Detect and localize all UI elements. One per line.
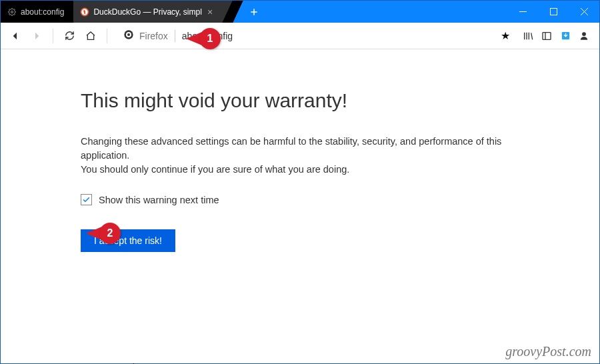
checkbox[interactable]	[81, 194, 92, 205]
separator	[53, 29, 53, 43]
warning-body: Changing these advanced settings can be …	[81, 135, 521, 177]
back-button[interactable]	[6, 27, 25, 45]
identity-box[interactable]: Firefox about:config	[123, 29, 233, 42]
tab-about-config[interactable]: about:config	[1, 1, 73, 23]
content-area: This might void your warranty! Changing …	[1, 49, 599, 363]
tab-label: about:config	[21, 7, 64, 17]
browser-window: about:config DuckDuckGo — Privacy, simpl…	[0, 0, 600, 364]
close-window-button[interactable]	[569, 1, 599, 23]
checkbox-label: Show this warning next time	[99, 195, 219, 205]
close-icon[interactable]: ×	[207, 7, 213, 17]
separator	[107, 29, 107, 43]
profile-icon[interactable]	[578, 30, 590, 42]
identity-label: Firefox	[139, 31, 168, 41]
maximize-button[interactable]	[538, 1, 569, 23]
library-icon[interactable]	[522, 30, 534, 42]
titlebar: about:config DuckDuckGo — Privacy, simpl…	[1, 1, 599, 23]
new-tab-button[interactable]	[243, 1, 265, 23]
show-warning-checkbox-row[interactable]: Show this warning next time	[81, 194, 599, 205]
url-text: about:config	[182, 31, 233, 41]
separator	[175, 30, 175, 42]
sidebar-icon[interactable]	[541, 30, 553, 42]
tabstrip: about:config DuckDuckGo — Privacy, simpl…	[1, 1, 243, 23]
forward-button[interactable]	[27, 27, 46, 45]
minimize-button[interactable]	[507, 1, 538, 23]
tab-edge	[233, 1, 243, 23]
gear-icon	[7, 7, 17, 17]
warning-heading: This might void your warranty!	[81, 89, 599, 112]
toolbar-right	[522, 30, 594, 42]
home-button[interactable]	[81, 27, 100, 45]
firefox-icon	[123, 29, 134, 42]
svg-point-0	[11, 11, 13, 13]
reload-button[interactable]	[60, 27, 79, 45]
duckduckgo-icon	[80, 7, 89, 17]
tab-label: DuckDuckGo — Privacy, simpl	[93, 7, 201, 17]
tab-edge	[222, 1, 233, 23]
svg-point-9	[582, 32, 586, 36]
tab-duckduckgo[interactable]: DuckDuckGo — Privacy, simpl ×	[73, 1, 222, 23]
url-bar[interactable]: Firefox about:config ★	[119, 26, 514, 46]
bookmark-star-icon[interactable]: ★	[501, 29, 510, 42]
watermark: groovyPost.com	[505, 344, 591, 359]
nav-toolbar: Firefox about:config ★	[1, 23, 599, 49]
svg-rect-7	[543, 32, 551, 39]
window-controls	[507, 1, 599, 23]
svg-rect-3	[550, 9, 557, 15]
pocket-icon[interactable]	[559, 30, 571, 42]
accept-risk-button[interactable]: I accept the risk!	[81, 229, 175, 252]
svg-point-6	[127, 33, 130, 36]
